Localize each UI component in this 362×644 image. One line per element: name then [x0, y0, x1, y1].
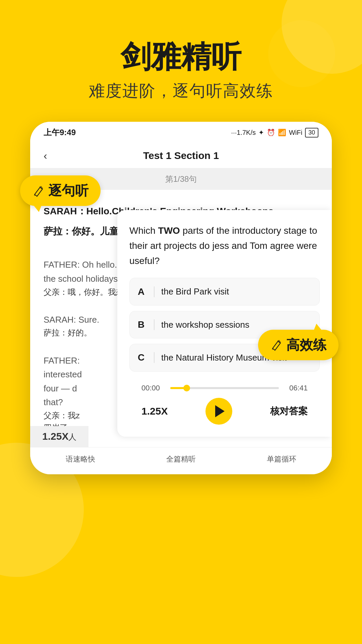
timeline-thumb: [183, 385, 190, 391]
badge-left: 逐句听: [20, 175, 101, 206]
nav-item-speed[interactable]: 语速略快: [66, 454, 95, 464]
badge-right: 高效练: [258, 330, 339, 360]
network-speed: ···1.7K/s: [231, 129, 256, 137]
bluetooth-icon: ✦: [258, 128, 264, 137]
speed-suffix: 人: [68, 432, 76, 441]
option-b-text: the workshop sessions: [161, 319, 249, 331]
option-a[interactable]: A the Bird Park visit: [129, 278, 320, 305]
pen-icon-right: [270, 339, 282, 351]
audio-start-time: 00:00: [141, 384, 165, 392]
back-button[interactable]: ‹: [44, 150, 47, 162]
header-section: 剑雅精听 难度进阶，逐句听高效练: [0, 0, 362, 122]
status-time: 上午9:49: [44, 127, 76, 138]
option-c-divider: [154, 352, 155, 363]
nav-bar: ‹ Test 1 Section 1: [30, 143, 332, 168]
wifi-icon: WiFi: [289, 129, 302, 137]
phone-container: 逐句听 高效练 上午9:49 ···1.7K/s ✦ ⏰ 📶 WiFi 30: [30, 122, 332, 474]
nav-item-full[interactable]: 全篇精听: [166, 454, 196, 464]
option-a-divider: [154, 286, 155, 297]
phone-mockup: 上午9:49 ···1.7K/s ✦ ⏰ 📶 WiFi 30 ‹ Test 1 …: [30, 122, 332, 474]
signal-icon: 📶: [278, 128, 286, 137]
speed-section: 1.25X人: [30, 426, 88, 447]
main-title: 剑雅精听: [0, 40, 362, 73]
audio-controls: 1.25X 核对答案: [141, 398, 308, 425]
status-bar: 上午9:49 ···1.7K/s ✦ ⏰ 📶 WiFi 30: [30, 122, 332, 143]
pen-icon-left: [32, 185, 44, 197]
timeline-track[interactable]: [170, 387, 279, 389]
bottom-nav: 语速略快 全篇精听 单篇循环: [30, 447, 332, 474]
nav-item-full-label: 全篇精听: [166, 454, 196, 464]
battery-icon: 30: [305, 128, 318, 138]
content-area: SARAH：Hello.Children's Engineering Works…: [30, 190, 332, 447]
audio-player: 00:00 06:41 1.25X 核对答案: [129, 377, 320, 430]
option-a-letter: A: [138, 286, 147, 297]
play-button[interactable]: [205, 398, 232, 425]
option-b-divider: [154, 319, 155, 330]
status-right: ···1.7K/s ✦ ⏰ 📶 WiFi 30: [231, 128, 318, 138]
option-c-letter: C: [138, 352, 147, 363]
question-prefix: Which: [129, 225, 158, 236]
alarm-icon: ⏰: [267, 128, 275, 137]
nav-title: Test 1 Section 1: [143, 150, 219, 161]
nav-item-loop-label: 单篇循环: [267, 454, 296, 464]
option-b-letter: B: [138, 319, 147, 330]
audio-timeline: 00:00 06:41: [141, 384, 308, 392]
play-icon: [215, 405, 225, 417]
playback-speed[interactable]: 1.25X: [141, 406, 168, 417]
audio-end-time: 06:41: [284, 384, 308, 392]
speed-value: 1.25X: [42, 431, 68, 442]
option-a-text: the Bird Park visit: [161, 285, 229, 298]
nav-item-loop[interactable]: 单篇循环: [267, 454, 296, 464]
check-answer-button[interactable]: 核对答案: [270, 405, 308, 418]
sub-title: 难度进阶，逐句听高效练: [0, 80, 362, 102]
question-bold: TWO: [158, 225, 180, 236]
quiz-question: Which TWO parts of the introductory stag…: [129, 223, 320, 268]
nav-item-speed-label: 语速略快: [66, 454, 95, 464]
quiz-card: Which TWO parts of the introductory stag…: [117, 210, 332, 437]
